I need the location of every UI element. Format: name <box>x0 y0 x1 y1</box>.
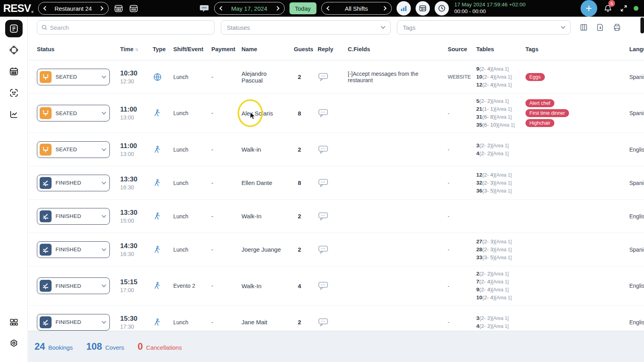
col-language[interactable]: Language <box>598 46 644 52</box>
booking-time: 10:30 12:30 <box>115 69 148 85</box>
columns-icon[interactable] <box>579 23 588 32</box>
search-icon <box>41 24 48 31</box>
sidebar-item-floorplan[interactable] <box>5 41 23 59</box>
reply-icon[interactable] <box>318 108 343 118</box>
reply-icon[interactable] <box>318 245 343 255</box>
clock-icon[interactable] <box>435 1 449 15</box>
export-icon[interactable] <box>596 23 605 32</box>
notifications-button[interactable]: 5 <box>602 2 614 14</box>
table-row[interactable]: FINISHED 13:30 16:30 Lunch - Ellen Dante… <box>28 166 644 200</box>
status-label: FINISHED <box>56 180 98 186</box>
calendar-lines-icon[interactable] <box>128 3 139 13</box>
booking-start-time: 13:30 <box>120 175 148 183</box>
sidebar-item-settings[interactable] <box>5 335 23 352</box>
table-row[interactable]: SEATED 11:00 13:00 Lunch - Walk-in 2 <box>28 133 644 166</box>
seated-glyph <box>42 73 50 81</box>
reply-icon[interactable] <box>318 178 343 188</box>
search-box[interactable] <box>37 20 215 35</box>
reply-icon[interactable] <box>318 281 343 291</box>
summary-footer: 24 Bookings 108 Covers 0 Cancellations <box>28 331 644 362</box>
col-payment[interactable]: Payment <box>207 46 237 52</box>
guest-name[interactable]: Ellen Dante <box>237 179 289 186</box>
layout-icon[interactable] <box>416 1 430 15</box>
status-dropdown[interactable]: FINISHED <box>37 277 110 294</box>
table-row[interactable]: FINISHED 15:15 17:00 Evento 2 - Walk-In … <box>28 266 644 306</box>
guest-name[interactable]: Walk-In <box>237 283 289 289</box>
status-dropdown[interactable]: SEATED <box>37 105 110 121</box>
status-dropdown[interactable]: SEATED <box>37 141 110 158</box>
add-booking-button[interactable]: + <box>581 0 597 17</box>
calendar-icon[interactable] <box>113 3 124 13</box>
next-restaurant-icon[interactable] <box>99 6 103 10</box>
status-dropdown[interactable]: FINISHED <box>37 175 110 191</box>
col-shift-event[interactable]: Shift/Event <box>169 46 207 52</box>
col-source[interactable]: Source <box>443 46 472 52</box>
source: - <box>443 213 472 219</box>
chevron-down-icon <box>561 24 565 29</box>
sidebar-item-tables[interactable] <box>5 314 23 331</box>
table-row[interactable]: FINISHED 13:30 15:00 Lunch - Walk-In 2 <box>28 200 644 233</box>
chat-icon[interactable] <box>199 3 209 13</box>
guest-name[interactable]: Alex Solaris <box>237 110 289 117</box>
statuses-filter[interactable]: Statuses <box>221 20 391 35</box>
col-status[interactable]: Status <box>28 46 115 52</box>
fullscreen-icon[interactable] <box>619 3 629 13</box>
table-assignment: 7(2- 4)[Area 1] <box>476 278 521 286</box>
tables-icon <box>9 317 19 327</box>
current-datetime: 17 May 2024 17:59:46 +02:00 00:00 - 00:0… <box>454 2 526 15</box>
col-cfields[interactable]: C.Fields <box>343 46 443 52</box>
booking-start-time: 10:30 <box>120 69 148 77</box>
vertical-scrollbar[interactable] <box>640 17 644 33</box>
shift-selector[interactable]: All Shifts <box>321 2 392 15</box>
table-row[interactable]: SEATED 10:30 12:30 Lunch - Alejandro Pas… <box>28 60 644 94</box>
restaurant-selector[interactable]: Restaurant 24 <box>38 2 109 15</box>
status-icon <box>40 144 52 156</box>
reply-icon[interactable] <box>318 144 343 155</box>
status-dropdown[interactable]: FINISHED <box>37 314 110 331</box>
language: English <box>598 283 644 289</box>
today-button[interactable]: Today <box>289 2 316 14</box>
status-label: FINISHED <box>56 283 98 289</box>
sidebar-item-analytics[interactable] <box>5 106 23 123</box>
next-day-icon[interactable] <box>275 6 279 10</box>
guest-name[interactable]: Walk-in <box>237 146 289 153</box>
search-input[interactable] <box>50 24 210 31</box>
guest-name[interactable]: Joerge Juange <box>237 246 289 253</box>
tag-pill: First time dinner <box>525 109 569 117</box>
booking-type <box>148 281 169 290</box>
next-shift-icon[interactable] <box>382 6 386 10</box>
status-dropdown[interactable]: FINISHED <box>37 208 110 225</box>
col-tags[interactable]: Tags <box>521 46 598 52</box>
guest-name[interactable]: Jane Mait <box>237 319 289 325</box>
date-selector[interactable]: May 17, 2024 <box>214 2 285 15</box>
guest-name[interactable]: Alejandro Pascual <box>237 70 289 84</box>
sort-icon[interactable]: ↑↓ <box>135 47 138 52</box>
col-reply[interactable]: Reply <box>313 46 343 52</box>
table-row[interactable]: FINISHED 14:30 16:30 Lunch - Joerge Juan… <box>28 233 644 266</box>
reply-icon[interactable] <box>318 72 343 82</box>
booking-start-time: 11:00 <box>120 142 148 150</box>
source: - <box>443 180 472 186</box>
table-row[interactable]: SEATED 11:00 13:00 Lunch - Alex Solaris … <box>28 94 644 133</box>
status-dropdown[interactable]: SEATED <box>37 69 110 85</box>
col-tables[interactable]: Tables <box>472 46 521 52</box>
reply-icon[interactable] <box>318 317 343 327</box>
analytics-icon <box>9 109 19 119</box>
col-guests[interactable]: Guests <box>289 46 313 52</box>
sidebar-item-guests[interactable] <box>5 84 23 102</box>
sidebar-item-bookings[interactable] <box>5 20 23 37</box>
stats-icon[interactable] <box>397 1 411 15</box>
reply-icon[interactable] <box>318 211 343 221</box>
booking-end-time: 17:30 <box>120 323 148 330</box>
guest-name[interactable]: Walk-In <box>237 213 289 220</box>
col-type[interactable]: Type <box>148 46 169 52</box>
sidebar-item-calendar[interactable] <box>5 63 23 80</box>
col-time[interactable]: Time ↑↓ <box>115 46 148 52</box>
status-dropdown[interactable]: FINISHED <box>37 241 110 258</box>
walk-icon <box>153 245 161 254</box>
tags-filter[interactable]: Tags <box>397 20 571 35</box>
payment: - <box>207 213 237 220</box>
source: - <box>443 246 472 252</box>
print-icon[interactable] <box>613 23 621 32</box>
col-name[interactable]: Name <box>237 46 289 52</box>
